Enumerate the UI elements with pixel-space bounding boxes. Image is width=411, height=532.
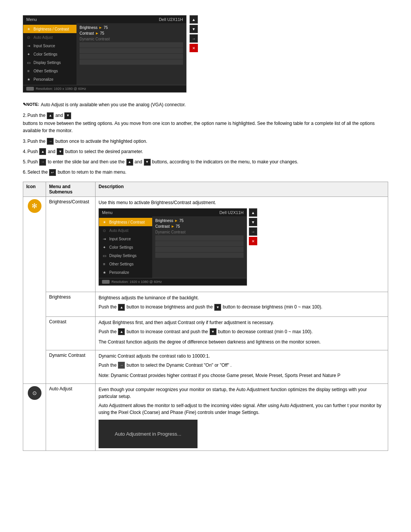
emb-val: 75 [179,219,183,223]
step-item: 2.Push the ▲ and ▼ buttons to move betwe… [23,112,388,135]
osd-menu-label: Display Settings [33,61,61,65]
inline-button[interactable]: ▼ [57,148,64,155]
osd-menu-icon: ▭ [25,59,32,66]
text: Push the [99,328,116,335]
text: button to select the Dynamic Contrast "O… [126,362,231,369]
emb-menu-item: ★ Personalize [99,268,152,276]
osd-menu-icon: ≡ [25,68,32,74]
desc-main-text: Use this menu to activate Brightness/Con… [99,199,385,206]
emb-label: Personalize [109,270,129,275]
emb-icon: ⇥ [101,236,107,242]
osd-menu-label: Color Settings [33,52,57,56]
bright-desc1: Brightness adjusts the luminance of the … [99,294,385,301]
emb-icon: ★ [101,269,107,275]
osd-gray-bar [80,59,183,65]
brightness-icon: ✻ [28,199,41,213]
step-text: buttons to move between the setting opti… [23,120,388,134]
note-section: ✎NOTE: Auto Adjust is only available whe… [23,102,388,107]
step-text: button to return to the main menu. [57,169,126,176]
emb-close[interactable]: ✕ [249,237,257,245]
emb-up[interactable]: ▲ [249,208,257,217]
step-text: to enter the slide bar and then use the [48,158,124,166]
up-inline[interactable]: ▲ [118,328,125,335]
osd-title: Menu [26,17,37,22]
osd-menu-item[interactable]: ⇥Input Source [23,42,76,50]
text: button to increase brightness and push t… [126,304,213,311]
step-num: 3. [23,138,27,145]
emb-gray-bar [155,252,244,258]
osd-menu-item[interactable]: ≡Other Settings [23,67,76,75]
auto-icon-symbol: ⊙ [32,390,37,396]
inline-button[interactable]: ↩ [49,169,56,176]
osd-gray-bar [80,54,183,59]
emb-icon: ⊙ [101,227,107,233]
text: button to increase contrast and push the [126,328,208,335]
emb-val: 75 [176,224,180,228]
col-desc: Description [96,182,388,197]
osd-menu-item[interactable]: ☀Brightness / Contrast [23,25,76,33]
right-inline[interactable]: → [118,362,125,369]
inline-button[interactable]: → [39,159,46,166]
nav-col: ▲▼→✕ [190,15,198,52]
embedded-osd: Menu Dell U2X11H ☀ Brightness / Contrast… [99,208,247,286]
osd-menu-item[interactable]: ★Personalize [23,75,76,83]
osd-menu-label: Auto Adjust [33,35,53,40]
emb-arrow: ▶ [172,225,174,228]
step-num: 6. [23,169,27,176]
right-item-value: 75 [104,26,108,30]
right-item-label: Brightness [80,26,97,30]
step-text: Push the [27,138,45,145]
table-row: ⊙Auto Adjust Even though your computer r… [23,383,388,451]
step-item: 6.Select the ↩ button to return to the m… [23,169,388,176]
inline-button[interactable]: ▲ [126,159,133,166]
main-table: Icon Menu andSubmenus Description ✻Brigh… [23,182,388,451]
close-btn[interactable]: ✕ [190,44,198,52]
top-osd-section: Menu Dell U2X11H ☀Brightness / Contrast⊙… [23,15,388,96]
emb-right: Brightness▶75Contrast▶75Dynamic Contrast [152,216,247,278]
auto-adjust-icon: ⊙ [28,386,41,400]
emb-menu-item: ✦ Color Settings [99,243,152,251]
emb-right-label: Brightness [155,219,173,223]
sun-icon: ✻ [32,202,37,210]
right-btn[interactable]: → [190,34,198,43]
emb-down[interactable]: ▼ [249,218,257,226]
osd-brand: Dell U2X11H [159,17,183,22]
desc-cell: Use this menu to activate Brightness/Con… [96,197,388,292]
text: Push the [99,304,116,311]
osd-menu-item[interactable]: ✦Color Settings [23,50,76,58]
embedded-osd-header: Menu Dell U2X11H [99,209,247,216]
step-text: and [55,112,63,119]
emb-label: Other Settings [109,262,134,266]
osd-menu-label: Other Settings [33,69,58,73]
inline-button[interactable]: ▲ [39,148,46,155]
inline-button[interactable]: ▼ [64,112,71,119]
down-btn[interactable]: ▼ [190,25,198,33]
inline-button[interactable]: → [47,138,54,145]
step-item: 5.Push → to enter the slide bar and then… [23,158,388,166]
osd-menu-icon: ⇥ [25,43,32,49]
osd-header: Menu Dell U2X11H [23,16,186,23]
step-text: and [48,148,55,155]
up-btn[interactable]: ▲ [190,15,198,24]
right-arrow-icon: ▶ [99,26,102,29]
osd-menu-icon: ★ [25,76,32,82]
down-btn-inline[interactable]: ▼ [214,304,221,311]
menu-cell: Dynamic Contrast [46,350,96,383]
emb-label: Display Settings [109,254,137,258]
contrast-desc2: Push the ▲ button to increase contrast a… [99,328,385,335]
down-inline[interactable]: ▼ [210,328,217,335]
osd-menu-item[interactable]: ⊙Auto Adjust [23,33,76,42]
inline-button[interactable]: ▼ [144,159,151,166]
desc-cell: Dynamic Contrast adjusts the contrast ra… [96,350,388,383]
osd-right-item: Brightness▶75 [76,25,186,30]
table-row: Dynamic Contrast Dynamic Contrast adjust… [23,350,388,383]
emb-menu-item: ≡ Other Settings [99,260,152,268]
bright-desc2: Push the ▲ button to increase brightness… [99,304,385,311]
inline-button[interactable]: ▲ [47,112,54,119]
osd-menu-label: Input Source [33,44,55,48]
top-nav-buttons[interactable]: ▲▼→✕ [190,15,198,52]
up-btn-inline[interactable]: ▲ [118,304,125,311]
emb-icon: ▭ [101,252,107,259]
emb-right[interactable]: → [249,227,257,236]
osd-menu-item[interactable]: ▭Display Settings [23,58,76,67]
